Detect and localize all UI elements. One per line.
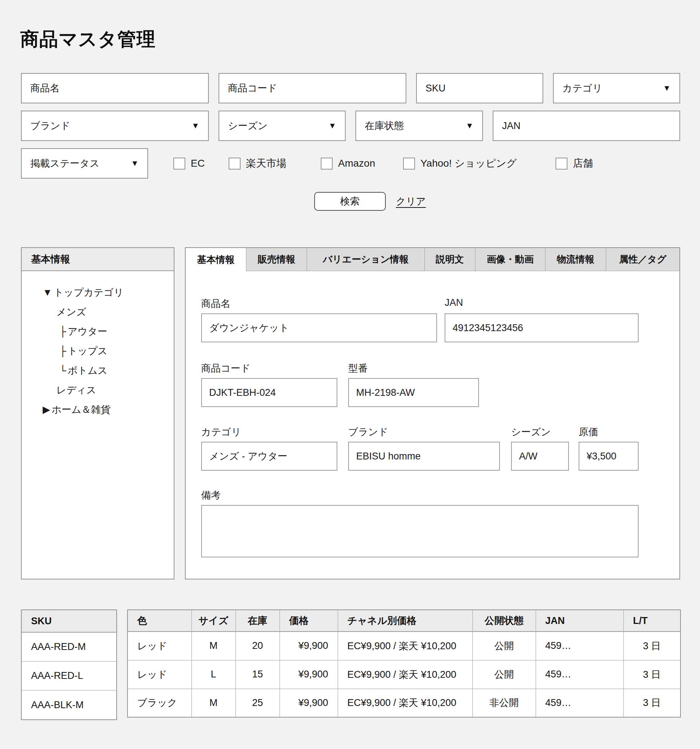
tab-attributes-tags[interactable]: 属性／タグ bbox=[606, 248, 679, 271]
tab-basic-info[interactable]: 基本情報 bbox=[186, 248, 246, 271]
tab-variation-info[interactable]: バリエーション情報 bbox=[307, 248, 425, 271]
category-label: カテゴリ bbox=[201, 425, 337, 438]
product-name-field[interactable] bbox=[201, 313, 437, 342]
product-code-label: 商品コード bbox=[201, 362, 337, 374]
tab-images-videos[interactable]: 画像・動画 bbox=[475, 248, 545, 271]
brand-filter-label: ブランド bbox=[31, 119, 70, 132]
category-filter-select[interactable]: カテゴリ ▼ bbox=[553, 73, 680, 103]
clear-link[interactable]: クリア bbox=[396, 192, 426, 211]
tree-item-mens[interactable]: メンズ bbox=[22, 306, 174, 318]
note-group: 備考 bbox=[201, 489, 639, 557]
brand-filter-select[interactable]: ブランド ▼ bbox=[21, 111, 209, 141]
col-header-stock: 在庫 bbox=[235, 610, 279, 631]
model-number-label: 型番 bbox=[348, 362, 479, 374]
sku-row[interactable]: AAA-RED-M bbox=[22, 633, 116, 662]
category-field[interactable] bbox=[201, 442, 337, 471]
cost-field[interactable] bbox=[579, 442, 639, 471]
size-cell: L bbox=[191, 660, 235, 689]
page-title: 商品マスタ管理 bbox=[20, 27, 156, 52]
season-label: シーズン bbox=[511, 425, 569, 438]
tree-open-icon: ▼ bbox=[43, 287, 52, 298]
season-filter-select[interactable]: シーズン ▼ bbox=[218, 111, 346, 141]
checkbox-ec-label: EC bbox=[191, 157, 205, 169]
tree-item-top-category[interactable]: ▼トップカテゴリ bbox=[22, 286, 174, 299]
col-header-size: サイズ bbox=[191, 610, 235, 631]
checkbox-amazon[interactable] bbox=[321, 157, 332, 170]
dropdown-arrow-icon: ▼ bbox=[663, 84, 671, 93]
variation-row[interactable]: ブラック M 25 ¥9,900 EC¥9,900 / 楽天 ¥10,200 非… bbox=[128, 689, 680, 717]
color-cell: レッド bbox=[128, 631, 191, 660]
search-button[interactable]: 検索 bbox=[314, 192, 386, 211]
tab-logistics-info[interactable]: 物流情報 bbox=[545, 248, 606, 271]
product-name-filter-input[interactable] bbox=[21, 73, 209, 103]
channel-store: 店舗 bbox=[555, 148, 593, 179]
tree-closed-icon: ▶ bbox=[43, 404, 50, 415]
checkbox-rakuten-label: 楽天市場 bbox=[246, 156, 287, 170]
brand-field[interactable] bbox=[348, 442, 500, 471]
product-master-page: 商品マスタ管理 カテゴリ ▼ ブランド ▼ シーズン ▼ 在庫状態 ▼ 掲載ステ… bbox=[0, 0, 700, 749]
tree-item-bottoms[interactable]: └ボトムス bbox=[22, 364, 174, 377]
col-header-price: 価格 bbox=[279, 610, 338, 631]
jan-cell: 459… bbox=[536, 689, 624, 717]
product-code-group: 商品コード bbox=[201, 362, 337, 407]
sku-list-table: SKU AAA-RED-M AAA-RED-L AAA-BLK-M bbox=[21, 610, 117, 720]
sku-cell: AAA-RED-M bbox=[31, 641, 86, 653]
tree-item-label: トップカテゴリ bbox=[54, 287, 124, 298]
cost-label: 原価 bbox=[579, 425, 639, 438]
model-number-group: 型番 bbox=[348, 362, 479, 407]
tree-item-home-goods[interactable]: ▶ホーム＆雑貨 bbox=[22, 404, 174, 416]
sku-table-header: SKU bbox=[22, 610, 116, 633]
listing-status-filter-select[interactable]: 掲載ステータス ▼ bbox=[21, 148, 148, 179]
variation-row[interactable]: レッド L 15 ¥9,900 EC¥9,900 / 楽天 ¥10,200 公開… bbox=[128, 660, 680, 689]
variation-header-row: 色 サイズ 在庫 価格 チャネル別価格 公開状態 JAN L/T bbox=[128, 610, 680, 631]
channel-price-cell: EC¥9,900 / 楽天 ¥10,200 bbox=[338, 660, 473, 689]
sku-cell: AAA-RED-L bbox=[31, 670, 83, 682]
product-name-group: 商品名 bbox=[201, 297, 437, 342]
jan-group: JAN bbox=[445, 297, 639, 342]
channel-price-cell: EC¥9,900 / 楽天 ¥10,200 bbox=[338, 689, 473, 717]
tree-branch-icon: ├ bbox=[59, 345, 66, 356]
dropdown-arrow-icon: ▼ bbox=[131, 159, 139, 168]
product-detail-panel: 基本情報 販売情報 バリエーション情報 説明文 画像・動画 物流情報 属性／タグ… bbox=[185, 247, 680, 579]
jan-field[interactable] bbox=[445, 313, 639, 342]
leadtime-cell: 3 日 bbox=[624, 689, 680, 717]
publish-status-cell: 公開 bbox=[473, 631, 536, 660]
channel-amazon: Amazon bbox=[321, 148, 375, 179]
sku-row[interactable]: AAA-RED-L bbox=[22, 662, 116, 691]
stock-cell: 25 bbox=[235, 689, 279, 717]
tree-item-tops[interactable]: ├トップス bbox=[22, 345, 174, 357]
product-code-filter-input[interactable] bbox=[218, 73, 406, 103]
tree-item-ladies[interactable]: レディス bbox=[22, 384, 174, 396]
dropdown-arrow-icon: ▼ bbox=[191, 121, 199, 130]
tab-description[interactable]: 説明文 bbox=[425, 248, 475, 271]
checkbox-ec[interactable] bbox=[173, 157, 185, 170]
checkbox-rakuten[interactable] bbox=[229, 157, 241, 170]
note-textarea[interactable] bbox=[201, 505, 639, 557]
model-number-field[interactable] bbox=[348, 378, 479, 407]
dropdown-arrow-icon: ▼ bbox=[465, 121, 474, 130]
tab-sales-info[interactable]: 販売情報 bbox=[246, 248, 307, 271]
product-code-field[interactable] bbox=[201, 378, 337, 407]
jan-filter-input[interactable] bbox=[493, 111, 680, 141]
col-header-publish-status: 公開状態 bbox=[473, 610, 536, 631]
brand-label: ブランド bbox=[348, 425, 500, 438]
checkbox-store[interactable] bbox=[555, 157, 567, 170]
stock-status-filter-select[interactable]: 在庫状態 ▼ bbox=[355, 111, 483, 141]
stock-cell: 15 bbox=[235, 660, 279, 689]
jan-cell: 459… bbox=[536, 660, 624, 689]
tree-item-label: トップス bbox=[67, 345, 108, 356]
season-field[interactable] bbox=[511, 442, 569, 471]
cost-group: 原価 bbox=[579, 425, 639, 471]
channel-ec: EC bbox=[173, 148, 205, 179]
note-label: 備考 bbox=[201, 489, 639, 501]
price-cell: ¥9,900 bbox=[279, 660, 338, 689]
checkbox-yahoo-label: Yahoo! ショッピング bbox=[421, 156, 517, 170]
publish-status-cell: 公開 bbox=[473, 660, 536, 689]
checkbox-yahoo[interactable] bbox=[403, 157, 415, 170]
tree-branch-icon: ├ bbox=[59, 326, 66, 337]
publish-status-cell: 非公開 bbox=[473, 689, 536, 717]
sku-filter-input[interactable] bbox=[416, 73, 543, 103]
sku-row[interactable]: AAA-BLK-M bbox=[22, 691, 116, 719]
tree-item-outer[interactable]: ├アウター bbox=[22, 326, 174, 338]
variation-row[interactable]: レッド M 20 ¥9,900 EC¥9,900 / 楽天 ¥10,200 公開… bbox=[128, 631, 680, 660]
